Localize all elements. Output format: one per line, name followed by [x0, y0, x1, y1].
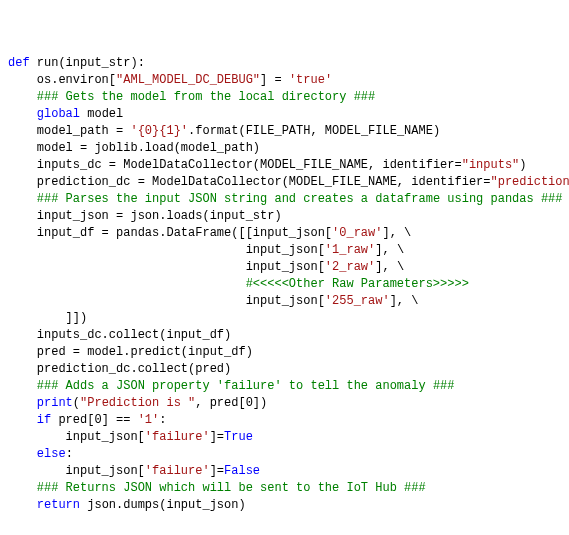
- code-line: model_path = '{0}{1}'.format(FILE_PATH, …: [8, 123, 561, 140]
- indent: [8, 107, 37, 121]
- code-line: ### Gets the model from the local direct…: [8, 89, 561, 106]
- code-token: [8, 277, 246, 291]
- code-line: else:: [8, 446, 561, 463]
- code-line: input_json['1_raw'], \: [8, 242, 561, 259]
- indent: [8, 141, 37, 155]
- code-token: ]=: [210, 464, 224, 478]
- indent: [8, 464, 66, 478]
- code-line: input_json['255_raw'], \: [8, 293, 561, 310]
- code-token: global: [37, 107, 80, 121]
- code-token: :: [159, 413, 166, 427]
- code-token: model_path =: [37, 124, 131, 138]
- code-token: pred[0] ==: [51, 413, 137, 427]
- code-line: if pred[0] == '1':: [8, 412, 561, 429]
- indent: [8, 447, 37, 461]
- code-token: model: [80, 107, 123, 121]
- code-token: return: [37, 498, 80, 512]
- code-token: ], \: [390, 294, 419, 308]
- indent: [8, 73, 37, 87]
- indent: [8, 311, 66, 325]
- code-token: "Prediction is ": [80, 396, 195, 410]
- code-line: print("Prediction is ", pred[0]): [8, 395, 561, 412]
- code-token: True: [224, 430, 253, 444]
- indent: [8, 498, 37, 512]
- code-line: ### Parses the input JSON string and cre…: [8, 191, 561, 208]
- code-token: (: [73, 396, 80, 410]
- code-line: os.environ["AML_MODEL_DC_DEBUG"] = 'true…: [8, 72, 561, 89]
- code-token: '0_raw': [332, 226, 382, 240]
- code-token: input_json[: [8, 243, 325, 257]
- code-line: return json.dumps(input_json): [8, 497, 561, 514]
- indent: [8, 481, 37, 495]
- code-token: 'failure': [145, 464, 210, 478]
- code-line: input_df = pandas.DataFrame([[input_json…: [8, 225, 561, 242]
- code-token: os.environ[: [37, 73, 116, 87]
- indent: [8, 226, 37, 240]
- indent: [8, 158, 37, 172]
- code-editor-view: def run(input_str): os.environ["AML_MODE…: [8, 55, 561, 514]
- code-line: input_json['failure']=True: [8, 429, 561, 446]
- indent: [8, 396, 37, 410]
- code-token: "inputs": [462, 158, 520, 172]
- indent: [8, 413, 37, 427]
- indent: [8, 175, 37, 189]
- code-token: , pred[0]): [195, 396, 267, 410]
- indent: [8, 90, 37, 104]
- code-token: '255_raw': [325, 294, 390, 308]
- code-token: print: [37, 396, 73, 410]
- code-token: #<<<<<Other Raw Parameters>>>>>: [246, 277, 469, 291]
- code-token: prediction_dc.collect(pred): [37, 362, 231, 376]
- indent: [8, 379, 37, 393]
- code-token: pred = model.predict(input_df): [37, 345, 253, 359]
- code-line: prediction_dc.collect(pred): [8, 361, 561, 378]
- code-token: ### Gets the model from the local direct…: [37, 90, 375, 104]
- code-line: ### Adds a JSON property 'failure' to te…: [8, 378, 561, 395]
- code-line: ]]): [8, 310, 561, 327]
- code-token: input_json[: [8, 260, 325, 274]
- code-line: global model: [8, 106, 561, 123]
- code-token: ### Adds a JSON property 'failure' to te…: [37, 379, 455, 393]
- code-token: ): [519, 158, 526, 172]
- code-line: model = joblib.load(model_path): [8, 140, 561, 157]
- code-line: ### Returns JSON which will be sent to t…: [8, 480, 561, 497]
- code-token: :: [66, 447, 73, 461]
- code-token: input_json[: [66, 464, 145, 478]
- code-token: ]]): [66, 311, 88, 325]
- code-token: prediction_dc = ModelDataCollector(MODEL…: [37, 175, 491, 189]
- code-line: inputs_dc = ModelDataCollector(MODEL_FIL…: [8, 157, 561, 174]
- indent: [8, 345, 37, 359]
- code-token: inputs_dc.collect(input_df): [37, 328, 231, 342]
- code-token: inputs_dc = ModelDataCollector(MODEL_FIL…: [37, 158, 462, 172]
- code-line: def run(input_str):: [8, 55, 561, 72]
- code-token: else: [37, 447, 66, 461]
- code-line: inputs_dc.collect(input_df): [8, 327, 561, 344]
- code-token: def: [8, 56, 30, 70]
- code-token: model = joblib.load(model_path): [37, 141, 260, 155]
- code-token: input_json[: [66, 430, 145, 444]
- code-line: prediction_dc = ModelDataCollector(MODEL…: [8, 174, 561, 191]
- indent: [8, 362, 37, 376]
- code-token: json.dumps(input_json): [80, 498, 246, 512]
- code-token: if: [37, 413, 51, 427]
- code-token: input_df = pandas.DataFrame([[input_json…: [37, 226, 332, 240]
- code-token: ], \: [375, 260, 404, 274]
- code-token: .format(FILE_PATH, MODEL_FILE_NAME): [188, 124, 440, 138]
- code-token: run(input_str):: [30, 56, 145, 70]
- code-token: False: [224, 464, 260, 478]
- code-token: '1_raw': [325, 243, 375, 257]
- code-token: '2_raw': [325, 260, 375, 274]
- code-line: input_json['failure']=False: [8, 463, 561, 480]
- code-token: ### Parses the input JSON string and cre…: [37, 192, 563, 206]
- code-token: "prediction": [491, 175, 570, 189]
- code-token: 'true': [289, 73, 332, 87]
- code-token: '{0}{1}': [130, 124, 188, 138]
- code-line: pred = model.predict(input_df): [8, 344, 561, 361]
- code-token: ], \: [375, 243, 404, 257]
- code-token: ]=: [210, 430, 224, 444]
- indent: [8, 124, 37, 138]
- code-token: "AML_MODEL_DC_DEBUG": [116, 73, 260, 87]
- code-token: ], \: [382, 226, 411, 240]
- code-token: 'failure': [145, 430, 210, 444]
- code-token: '1': [138, 413, 160, 427]
- code-token: input_json = json.loads(input_str): [37, 209, 282, 223]
